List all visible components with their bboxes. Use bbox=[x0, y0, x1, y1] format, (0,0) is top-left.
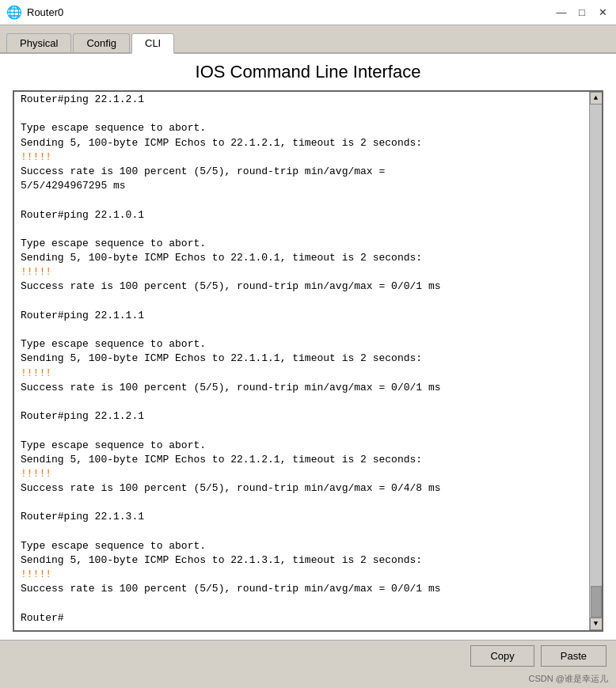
page-title: IOS Command Line Interface bbox=[13, 62, 603, 82]
tab-cli[interactable]: CLI bbox=[131, 33, 174, 54]
app-icon: 🌐 bbox=[6, 5, 22, 21]
copy-button[interactable]: Copy bbox=[470, 645, 534, 667]
terminal-wrapper: Router#ping 22.1.2.1Type escape sequence… bbox=[13, 90, 603, 632]
scroll-up-button[interactable]: ▲ bbox=[590, 92, 603, 105]
terminal-output[interactable]: Router#ping 22.1.2.1Type escape sequence… bbox=[14, 92, 589, 630]
maximize-button[interactable]: □ bbox=[575, 6, 589, 20]
bottom-bar: Copy Paste bbox=[0, 640, 616, 671]
tab-bar: Physical Config CLI bbox=[0, 25, 616, 54]
terminal-scrollbar[interactable]: ▲ ▼ bbox=[589, 92, 602, 630]
close-button[interactable]: ✕ bbox=[595, 6, 610, 20]
scrollbar-track[interactable] bbox=[590, 105, 602, 618]
paste-button[interactable]: Paste bbox=[541, 645, 606, 667]
minimize-button[interactable]: — bbox=[554, 6, 568, 20]
title-bar: 🌐 Router0 — □ ✕ bbox=[0, 0, 616, 25]
window-title: Router0 bbox=[27, 6, 554, 18]
scrollbar-thumb[interactable] bbox=[591, 586, 602, 618]
scroll-down-button[interactable]: ▼ bbox=[590, 618, 603, 630]
main-content: IOS Command Line Interface Router#ping 2… bbox=[0, 54, 616, 640]
watermark: CSDN @谁是幸运儿 bbox=[0, 671, 616, 688]
window-controls: — □ ✕ bbox=[554, 6, 610, 20]
tab-config[interactable]: Config bbox=[73, 33, 130, 52]
tab-physical[interactable]: Physical bbox=[6, 33, 71, 52]
